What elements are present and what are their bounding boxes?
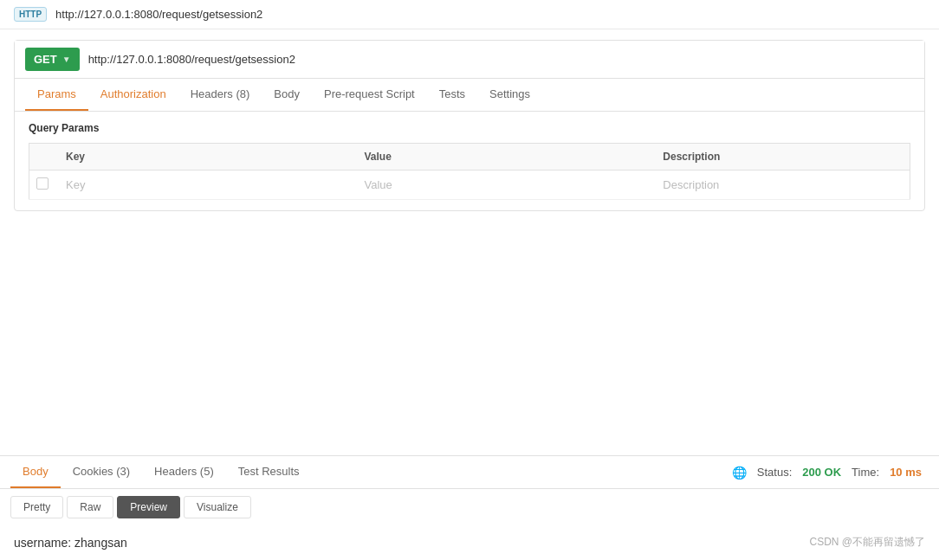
url-bar: GET ▼ <box>15 41 924 79</box>
query-params-label: Query Params <box>29 122 910 134</box>
col-checkbox <box>29 144 56 171</box>
http-badge: HTTP <box>14 7 47 22</box>
top-bar: HTTP http://127.0.0.1:8080/request/getse… <box>0 0 939 29</box>
tab-authorization[interactable]: Authorization <box>88 79 178 111</box>
top-url: http://127.0.0.1:8080/request/getsession… <box>55 8 262 21</box>
query-params-section: Query Params Key Value Description Key V… <box>15 112 924 210</box>
url-input[interactable] <box>88 53 914 66</box>
tab-settings[interactable]: Settings <box>477 79 542 111</box>
row-checkbox-cell <box>29 171 56 200</box>
table-row: Key Value Description <box>29 171 910 200</box>
request-section: GET ▼ Params Authorization Headers (8) B… <box>14 40 925 211</box>
col-value: Value <box>353 144 652 171</box>
chevron-down-icon: ▼ <box>62 55 71 64</box>
row-checkbox[interactable] <box>36 177 49 190</box>
col-key: Key <box>55 144 353 171</box>
params-table: Key Value Description Key Value Descript… <box>29 143 910 200</box>
tab-headers[interactable]: Headers (8) <box>178 79 262 111</box>
row-description-cell[interactable]: Description <box>652 171 910 200</box>
row-value-cell[interactable]: Value <box>353 171 652 200</box>
tab-params[interactable]: Params <box>25 79 88 111</box>
tab-tests[interactable]: Tests <box>427 79 477 111</box>
col-description: Description <box>652 144 910 171</box>
method-label: GET <box>34 53 57 66</box>
tab-body[interactable]: Body <box>262 79 312 111</box>
request-tabs-bar: Params Authorization Headers (8) Body Pr… <box>15 79 924 112</box>
method-selector[interactable]: GET ▼ <box>25 48 80 71</box>
tab-prerequest[interactable]: Pre-request Script <box>312 79 427 111</box>
row-key-cell[interactable]: Key <box>55 171 353 200</box>
